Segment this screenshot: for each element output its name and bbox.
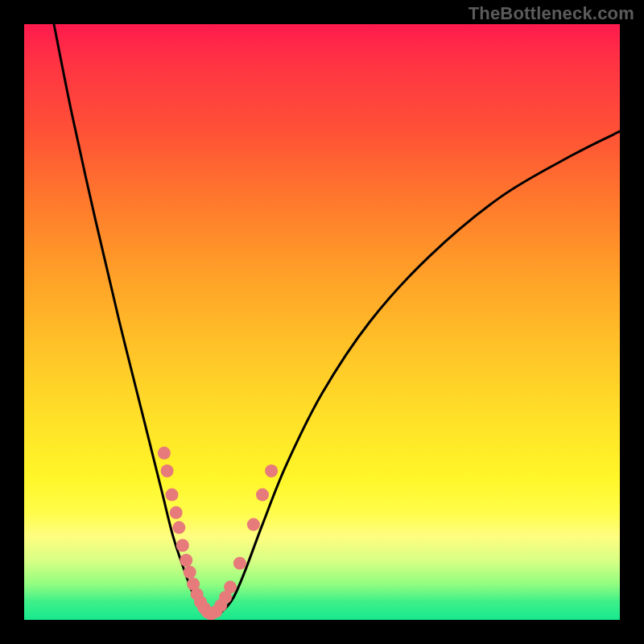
- sample-dot: [184, 566, 196, 579]
- chart-frame: TheBottleneck.com: [0, 0, 644, 644]
- sample-dot: [172, 521, 185, 534]
- sample-dot: [170, 506, 183, 519]
- plot-area: [24, 24, 620, 620]
- sample-dot: [256, 489, 269, 502]
- sample-dot: [265, 464, 278, 477]
- sample-dot: [247, 518, 260, 531]
- bottleneck-curve: [54, 24, 620, 617]
- sample-dot: [233, 557, 246, 570]
- sample-dot: [161, 464, 174, 477]
- sample-dot: [176, 539, 189, 552]
- watermark-text: TheBottleneck.com: [469, 3, 634, 24]
- sample-dot: [166, 489, 179, 502]
- sample-dot: [180, 554, 192, 567]
- sample-dot: [158, 447, 171, 460]
- sample-dot: [224, 580, 237, 593]
- curve-svg: [24, 24, 620, 620]
